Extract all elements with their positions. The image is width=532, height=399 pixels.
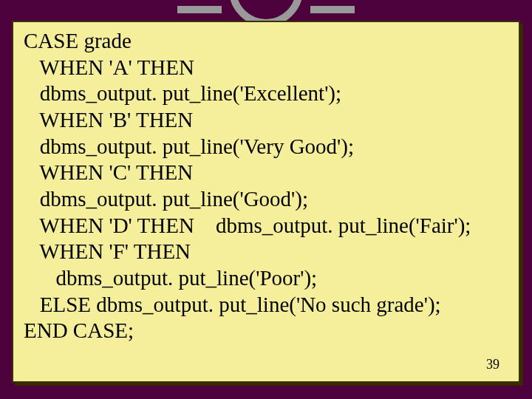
code-block: CASE grade WHEN 'A' THEN dbms_output. pu… [24, 28, 508, 344]
decorative-line-left [177, 6, 222, 13]
page-number: 39 [486, 357, 499, 372]
code-card: CASE grade WHEN 'A' THEN dbms_output. pu… [12, 21, 520, 383]
decorative-line-right [310, 6, 355, 13]
